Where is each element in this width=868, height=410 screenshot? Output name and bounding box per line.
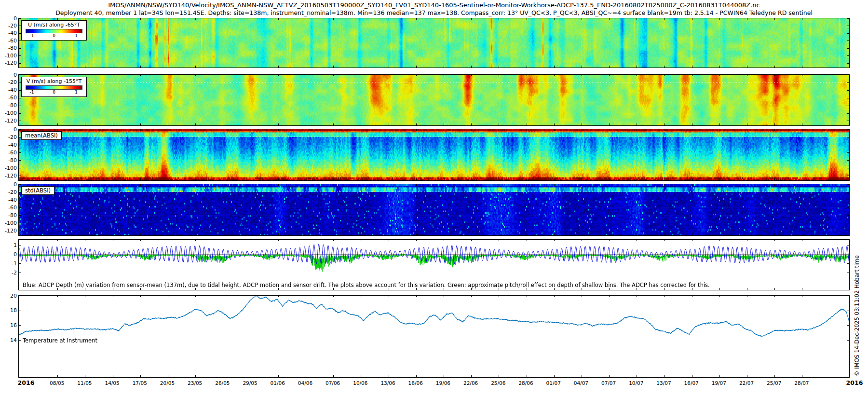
figure-title: IMOS/ANMN/NSW/SYD140/Velocity/IMOS_ANMN-…: [0, 1, 868, 9]
x-tick-label: 19/07: [712, 380, 726, 386]
x-axis-year-right: 2016: [846, 379, 863, 386]
temperature-label: Temperature at Instrument: [23, 337, 97, 344]
x-tick-label: 01/07: [546, 380, 561, 386]
panel-u-velocity: U (m/s) along -65°T -1 0 1: [18, 18, 850, 68]
y-tick-label: 0: [1, 126, 17, 133]
y-tick-label: -80: [1, 212, 17, 219]
y-tick-label: -60: [1, 38, 17, 44]
v-colorbar-tick: -1: [29, 90, 34, 95]
y-tick-label: -40: [1, 197, 17, 203]
y-tick-label: -100: [1, 53, 17, 59]
x-tick-label: 25/07: [767, 380, 781, 386]
y-tick-label: 0: [1, 72, 17, 78]
y-tick-label: 1: [1, 242, 17, 248]
v-colorbar-ticks: -1 0 1: [26, 90, 82, 95]
x-tick-label: 19/06: [436, 380, 450, 386]
x-tick-label: 16/07: [684, 380, 699, 386]
y-tick-label: -40: [1, 142, 17, 148]
temperature-plot: [19, 296, 849, 377]
mean-absi-label: mean(ABSI): [21, 131, 62, 140]
v-velocity-heatmap: [19, 75, 849, 125]
x-tick-label: 01/06: [271, 380, 285, 386]
x-tick-label: 04/06: [298, 380, 312, 386]
y-tick-label: -100: [1, 110, 17, 116]
x-tick-label: 07/06: [326, 380, 340, 386]
y-tick-label: 14: [1, 337, 17, 343]
std-absi-label: std(ABSI): [21, 186, 54, 195]
x-tick-label: 16/06: [408, 380, 423, 386]
mean-absi-heatmap: [19, 129, 849, 180]
v-legend-title: V (m/s) along -155°T: [26, 78, 82, 84]
x-tick-label: 07/07: [601, 380, 616, 386]
y-tick-label: -80: [1, 102, 17, 109]
x-tick-label: 25/06: [491, 380, 505, 386]
y-tick-label: -120: [1, 118, 17, 124]
x-axis-year-left: 2016: [18, 379, 35, 386]
x-tick-label: 13/06: [380, 380, 395, 386]
panel-mean-absi: mean(ABSI): [18, 129, 850, 181]
u-legend-title: U (m/s) along -65°T: [26, 22, 82, 28]
y-tick-label: -20: [1, 189, 17, 195]
y-tick-label: -20: [1, 23, 17, 29]
y-tick-label: 16: [1, 322, 17, 328]
u-colorbar-legend: U (m/s) along -65°T -1 0 1: [21, 20, 87, 41]
y-tick-label: -20: [1, 134, 17, 140]
panel-std-absi: std(ABSI): [18, 184, 850, 236]
v-colorbar-tick: 0: [53, 90, 55, 95]
y-tick-label: -120: [1, 60, 17, 66]
y-tick-label: 0: [1, 15, 17, 22]
u-colorbar-ticks: -1 0 1: [26, 33, 82, 39]
panel-temperature: Temperature at Instrument: [18, 295, 850, 378]
x-tick-label: 22/07: [739, 380, 754, 386]
u-colorbar-tick: -1: [29, 33, 34, 38]
u-colorbar-tick: 0: [53, 33, 55, 38]
y-tick-label: -20: [1, 79, 17, 85]
adcp-summary-figure: IMOS/ANMN/NSW/SYD140/Velocity/IMOS_ANMN-…: [0, 0, 868, 410]
copyright-watermark: © IMOS 14-Dec-2025 03:11:02 Hobart time: [854, 255, 860, 376]
v-colorbar: [26, 85, 82, 90]
y-tick-label: -60: [1, 150, 17, 156]
x-tick-label: 04/07: [574, 380, 588, 386]
panel-v-velocity: V (m/s) along -155°T -1 0 1: [18, 74, 850, 126]
depth-variation-note: Blue: ADCP Depth (m) variation from sens…: [23, 282, 710, 288]
y-tick-label: -120: [1, 228, 17, 234]
y-tick-label: 0: [1, 181, 17, 188]
x-tick-label: 14/05: [105, 380, 119, 386]
x-tick-label: 23/05: [188, 380, 202, 386]
y-tick-label: 0: [1, 251, 17, 258]
u-colorbar: [26, 29, 82, 33]
u-velocity-heatmap: [19, 18, 849, 68]
y-tick-label: 18: [1, 307, 17, 314]
x-tick-label: 22/06: [463, 380, 478, 386]
x-tick-label: 10/06: [353, 380, 367, 386]
y-tick-label: -40: [1, 87, 17, 93]
y-tick-label: -80: [1, 45, 17, 51]
y-tick-label: -40: [1, 30, 17, 36]
panel-depth-variation: Blue: ADCP Depth (m) variation from sens…: [18, 239, 850, 290]
x-tick-label: 29/05: [243, 380, 257, 386]
x-tick-label: 08/05: [50, 380, 64, 386]
x-tick-label: 28/06: [518, 380, 533, 386]
y-tick-label: -60: [1, 95, 17, 101]
figure-subtitle: Deployment 40, member 1 lat=34S lon=151.…: [0, 9, 868, 16]
v-colorbar-tick: 1: [75, 90, 78, 95]
x-tick-label: 20/05: [160, 380, 175, 386]
y-tick-label: -100: [1, 220, 17, 226]
y-tick-label: 20: [1, 293, 17, 299]
y-tick-label: -80: [1, 157, 17, 164]
x-tick-label: 17/05: [133, 380, 147, 386]
y-tick-label: -60: [1, 205, 17, 211]
v-colorbar-legend: V (m/s) along -155°T -1 0 1: [21, 77, 87, 97]
y-tick-label: -2: [1, 270, 17, 276]
x-tick-label: 11/05: [77, 380, 92, 386]
std-absi-heatmap: [19, 184, 849, 235]
y-tick-label: -100: [1, 165, 17, 171]
u-colorbar-tick: 1: [75, 33, 78, 38]
x-tick-label: 26/05: [215, 380, 230, 386]
x-tick-label: 13/07: [656, 380, 671, 386]
y-tick-label: -1: [1, 260, 17, 267]
x-tick-label: 28/07: [794, 380, 809, 386]
y-tick-label: -120: [1, 173, 17, 179]
x-tick-label: 10/07: [629, 380, 643, 386]
